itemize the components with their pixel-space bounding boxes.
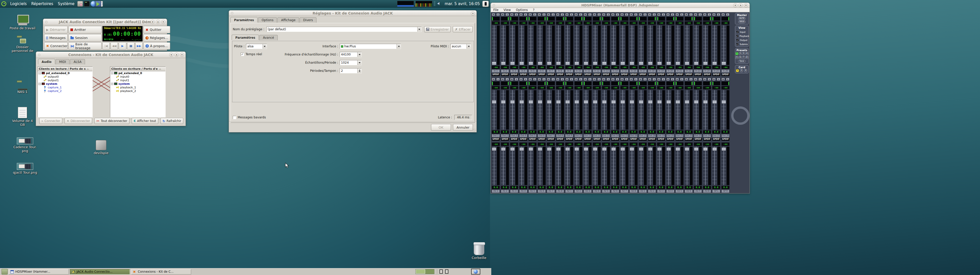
channel-label[interactable]: In 15 bbox=[620, 70, 628, 73]
destination-label[interactable]: SPDIF bbox=[620, 73, 628, 76]
pan-display[interactable] bbox=[510, 82, 518, 85]
channel-label[interactable]: In 1 bbox=[492, 70, 500, 73]
fader-handle[interactable] bbox=[685, 62, 689, 65]
channel-label[interactable]: Out 22 bbox=[685, 134, 693, 137]
channel-label[interactable]: In 3 bbox=[510, 70, 518, 73]
pan-display[interactable] bbox=[712, 17, 720, 21]
combo-arrow-icon[interactable] bbox=[396, 44, 401, 49]
destination-label[interactable]: SPDIF bbox=[657, 73, 665, 76]
channel-label[interactable]: A3 5 bbox=[676, 190, 683, 193]
view-checkbox-submix[interactable]: ✓Submix bbox=[736, 43, 748, 46]
destination-label[interactable]: SPDIF bbox=[574, 138, 582, 141]
tree-item-pd_extended_0[interactable]: −pd_extended_0 bbox=[38, 71, 92, 75]
mixer-menu-help[interactable]: ? bbox=[533, 8, 535, 12]
fader-track[interactable] bbox=[639, 90, 643, 130]
fader-handle[interactable] bbox=[630, 100, 634, 104]
connections-titlebar[interactable]: Connexions - Kit de Connexion Audio JACK… bbox=[36, 52, 186, 58]
fader-handle[interactable] bbox=[639, 147, 643, 151]
fader-handle[interactable] bbox=[685, 147, 689, 151]
fader-handle[interactable] bbox=[712, 100, 717, 104]
fader-track[interactable] bbox=[685, 90, 689, 130]
fader-handle[interactable] bbox=[630, 62, 634, 65]
fader-handle[interactable] bbox=[630, 147, 634, 151]
fader-track[interactable] bbox=[667, 90, 671, 130]
solo-button[interactable]: S bbox=[643, 13, 647, 16]
fader-track[interactable] bbox=[602, 147, 607, 185]
solo-button[interactable]: S bbox=[506, 78, 509, 81]
fader-track[interactable] bbox=[694, 90, 698, 130]
destination-label[interactable]: SPDIF bbox=[565, 73, 573, 76]
fader-track[interactable] bbox=[565, 90, 570, 130]
master-solo-button[interactable]: SOLO bbox=[738, 21, 746, 23]
solo-button[interactable]: S bbox=[671, 13, 674, 16]
fader-handle[interactable] bbox=[694, 62, 698, 65]
destination-label[interactable]: SPDIF bbox=[547, 138, 555, 141]
channel-label[interactable]: Out 5 bbox=[528, 134, 536, 137]
solo-button[interactable]: S bbox=[698, 13, 702, 16]
fader-track[interactable] bbox=[547, 25, 552, 65]
fader-handle[interactable] bbox=[547, 147, 552, 151]
pan-display[interactable] bbox=[565, 17, 573, 21]
destination-label[interactable]: SPDIF bbox=[630, 138, 638, 141]
fader-track[interactable] bbox=[602, 25, 607, 65]
view-checkbox-playback[interactable]: ✓Playback bbox=[736, 35, 748, 38]
taskbar-button-jack-audio-connectio-[interactable]: JACK Audio Connectio... bbox=[70, 269, 130, 275]
mute-button[interactable]: M bbox=[556, 78, 559, 81]
fader-handle[interactable] bbox=[657, 62, 662, 65]
tree-item-capture_2[interactable]: capture_2 bbox=[38, 89, 92, 93]
fader-track[interactable] bbox=[584, 147, 588, 185]
fader-handle[interactable] bbox=[519, 100, 524, 104]
channel-label[interactable]: A3 6 bbox=[685, 190, 693, 193]
taskbar-button-hdspmixer-hammer-[interactable]: HDSPMixer (Hammer... bbox=[9, 269, 68, 275]
channel-label[interactable]: A3 8 bbox=[703, 190, 711, 193]
tree-item-input1[interactable]: input1 bbox=[110, 78, 165, 82]
mute-button[interactable]: M bbox=[510, 13, 514, 16]
mute-button[interactable]: M bbox=[721, 13, 725, 16]
fader-track[interactable] bbox=[667, 25, 671, 65]
desktop-icon-corbeille[interactable]: Corbeille bbox=[463, 243, 496, 260]
network-monitor-applet[interactable] bbox=[415, 1, 432, 7]
tray-window-icon[interactable] bbox=[439, 269, 443, 274]
fader-handle[interactable] bbox=[611, 62, 616, 65]
fader-track[interactable] bbox=[593, 25, 597, 65]
fader-handle[interactable] bbox=[639, 100, 643, 104]
fader-track[interactable] bbox=[538, 90, 542, 130]
pan-display[interactable] bbox=[639, 82, 647, 85]
fader-handle[interactable] bbox=[574, 147, 579, 151]
desktop-icon-poste-de-travail[interactable]: Poste de travail bbox=[6, 15, 39, 30]
fader-handle[interactable] bbox=[528, 100, 533, 104]
workspace-1[interactable] bbox=[416, 269, 425, 274]
fader-track[interactable] bbox=[685, 25, 689, 65]
pan-display[interactable] bbox=[556, 17, 564, 21]
solo-button[interactable]: S bbox=[597, 13, 601, 16]
fader-track[interactable] bbox=[547, 147, 552, 185]
channel-label[interactable]: In 2 bbox=[501, 70, 509, 73]
fader-handle[interactable] bbox=[703, 100, 708, 104]
channel-label[interactable]: A1 8 bbox=[556, 190, 564, 193]
ok-button[interactable]: OK bbox=[431, 124, 451, 131]
channel-label[interactable]: Out 23 bbox=[694, 134, 702, 137]
mute-button[interactable]: M bbox=[639, 78, 642, 81]
solo-button[interactable]: S bbox=[542, 78, 546, 81]
pan-display[interactable] bbox=[528, 82, 536, 85]
destination-label[interactable]: SPDIF bbox=[519, 73, 527, 76]
fader-handle[interactable] bbox=[694, 147, 698, 151]
fader-track[interactable] bbox=[667, 147, 671, 185]
fader-handle[interactable] bbox=[712, 62, 717, 65]
preset-delete-button[interactable]: ✗Effacer bbox=[453, 26, 473, 32]
solo-button[interactable]: S bbox=[616, 78, 619, 81]
minimize-icon[interactable]: ∨ bbox=[169, 53, 173, 57]
channel-label[interactable]: Out 3 bbox=[510, 134, 518, 137]
channel-label[interactable]: SP L bbox=[712, 190, 720, 193]
inner-tab-param-tres[interactable]: Paramètres bbox=[232, 35, 259, 40]
fader-handle[interactable] bbox=[584, 147, 588, 151]
channel-label[interactable]: In 8 bbox=[556, 70, 564, 73]
fader-track[interactable] bbox=[602, 90, 607, 130]
pan-display[interactable] bbox=[519, 17, 527, 21]
mute-button[interactable]: M bbox=[492, 78, 495, 81]
solo-button[interactable]: S bbox=[708, 13, 711, 16]
mute-button[interactable]: M bbox=[565, 13, 569, 16]
channel-label[interactable]: Out 2 bbox=[501, 134, 509, 137]
destination-label[interactable]: SPDIF bbox=[528, 138, 536, 141]
destination-label[interactable]: SPDIF bbox=[611, 138, 619, 141]
